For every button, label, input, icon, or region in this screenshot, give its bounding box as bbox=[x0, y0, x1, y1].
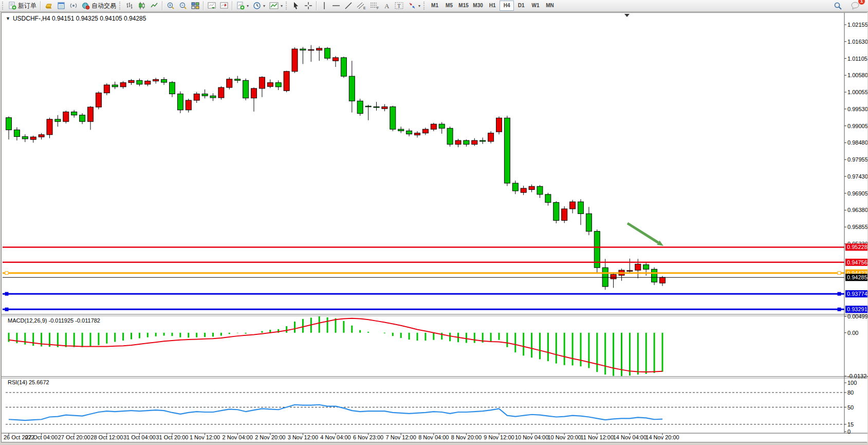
text-label-icon: T bbox=[395, 2, 404, 10]
clock-icon bbox=[253, 2, 261, 10]
horizontal-line-icon bbox=[332, 2, 340, 10]
horizontal-line-button[interactable] bbox=[330, 0, 342, 11]
candle-body bbox=[47, 119, 52, 135]
chart-title: USDCHF-,H4 0.94151 0.94325 0.94105 0.942… bbox=[13, 15, 146, 22]
templates-button[interactable]: ▾ bbox=[267, 0, 285, 11]
candle-body bbox=[521, 188, 526, 192]
hline-handle[interactable] bbox=[5, 272, 8, 275]
timeframe-h4-button[interactable]: H4 bbox=[500, 1, 514, 11]
hline-handle[interactable] bbox=[838, 292, 841, 295]
time-tick-label: 10 Nov 20:00 bbox=[547, 434, 581, 440]
periods-button[interactable]: ▾ bbox=[251, 0, 267, 11]
candle-body bbox=[194, 94, 199, 100]
macd-tick-label: 0.00 bbox=[847, 330, 858, 336]
auto-trading-button[interactable]: 自动交易 bbox=[80, 0, 118, 11]
timeframe-m5-button[interactable]: M5 bbox=[442, 1, 456, 11]
candle-body bbox=[553, 202, 559, 220]
fibonacci-button[interactable]: F bbox=[368, 0, 381, 11]
hline-handle[interactable] bbox=[5, 292, 8, 295]
search-button[interactable] bbox=[832, 0, 844, 11]
time-tick-label: 2 Nov 20:00 bbox=[255, 434, 285, 440]
price-tick-label: 0.98480 bbox=[847, 139, 867, 146]
time-tick-label: 27 Oct 04:00 bbox=[25, 434, 58, 440]
candle-body bbox=[243, 80, 249, 98]
candle-body bbox=[218, 87, 224, 98]
arrows-button[interactable]: ▾ bbox=[406, 0, 422, 11]
cursor-button[interactable] bbox=[290, 0, 302, 11]
price-line-label: 0.93774 bbox=[847, 291, 867, 297]
data-window-button[interactable] bbox=[67, 0, 80, 11]
text-button[interactable]: A bbox=[381, 0, 393, 11]
candle-body bbox=[643, 265, 649, 270]
candle-body bbox=[652, 269, 657, 282]
text-icon: A bbox=[383, 2, 391, 10]
candle-body bbox=[570, 202, 576, 209]
candle-body bbox=[480, 140, 486, 141]
zoom-in-button[interactable] bbox=[164, 0, 177, 11]
new-order-button[interactable]: 新订单 bbox=[6, 0, 39, 11]
time-tick-label: 10 Nov 04:00 bbox=[515, 434, 548, 440]
price-line-label: 0.94756 bbox=[847, 259, 867, 265]
macd-tick-label: 0.004996 bbox=[847, 313, 867, 319]
market-watch-button[interactable] bbox=[55, 0, 67, 11]
hline-handle[interactable] bbox=[5, 308, 8, 311]
rsi-tick-label: 50 bbox=[847, 404, 854, 411]
timeframe-h1-button[interactable]: H1 bbox=[485, 1, 500, 11]
hline-handle[interactable] bbox=[838, 272, 841, 275]
timeframe-m30-button[interactable]: M30 bbox=[471, 1, 485, 11]
tile-windows-icon bbox=[191, 2, 199, 10]
timeframe-m15-button[interactable]: M15 bbox=[456, 1, 471, 11]
text-label-button[interactable]: T bbox=[393, 0, 406, 11]
one-click-trading-toggle[interactable]: ▼ bbox=[6, 16, 10, 21]
channel-icon: E bbox=[357, 2, 366, 10]
time-tick-label: 8 Nov 04:00 bbox=[418, 434, 449, 440]
auto-scroll-button[interactable] bbox=[206, 0, 218, 11]
timeframe-d1-button[interactable]: D1 bbox=[514, 1, 528, 11]
trendline-button[interactable] bbox=[342, 0, 355, 11]
toolbar-separator bbox=[40, 1, 41, 10]
candle-body bbox=[22, 137, 28, 139]
tile-windows-button[interactable] bbox=[189, 0, 201, 11]
gold-bar-icon bbox=[45, 2, 53, 10]
candlestick-chart-icon bbox=[138, 2, 146, 10]
toolbar-separator bbox=[232, 1, 233, 10]
toolbar-grip bbox=[423, 2, 427, 10]
candle-body bbox=[390, 106, 396, 129]
auto-trading-icon bbox=[82, 2, 90, 10]
new-chart-button[interactable]: ▾ bbox=[234, 0, 251, 11]
candle-body bbox=[357, 101, 363, 113]
crosshair-button[interactable] bbox=[302, 0, 315, 11]
rsi-tick-label: 15 bbox=[847, 421, 854, 428]
time-tick-label: 14 Nov 20:00 bbox=[645, 434, 679, 440]
candle-body bbox=[586, 213, 592, 231]
toolbar-separator bbox=[203, 1, 204, 10]
chart-shift-icon bbox=[220, 2, 228, 10]
vertical-line-icon bbox=[321, 2, 328, 10]
candle-body bbox=[308, 49, 314, 50]
zoom-out-button[interactable] bbox=[177, 0, 189, 11]
new-order-label: 新订单 bbox=[18, 2, 36, 10]
channel-button[interactable]: E bbox=[355, 0, 368, 11]
chevron-down-icon: ▾ bbox=[281, 4, 283, 8]
candle-body bbox=[529, 186, 534, 189]
chart-shift-button[interactable] bbox=[218, 0, 230, 11]
chat-button[interactable]: 1 bbox=[848, 0, 862, 11]
chart-canvas[interactable]: 1.021551.016301.011051.005801.000550.995… bbox=[2, 13, 867, 442]
line-chart-button[interactable] bbox=[148, 0, 160, 11]
vertical-line-button[interactable] bbox=[319, 0, 330, 11]
svg-text:F: F bbox=[377, 6, 379, 10]
timeframe-w1-button[interactable]: W1 bbox=[528, 1, 543, 11]
time-tick-label: 2 Nov 04:00 bbox=[223, 434, 253, 440]
candle-body bbox=[104, 85, 109, 93]
timeframe-mn-button[interactable]: MN bbox=[543, 1, 557, 11]
candle-body bbox=[88, 107, 94, 121]
candle-body bbox=[186, 100, 191, 110]
crosshair-icon bbox=[304, 2, 312, 10]
charts-profile-button[interactable] bbox=[43, 0, 55, 11]
candle-body bbox=[55, 119, 61, 121]
timeframe-m1-button[interactable]: M1 bbox=[428, 1, 442, 11]
candlestick-chart-button[interactable] bbox=[136, 0, 148, 11]
bar-chart-button[interactable] bbox=[123, 0, 136, 11]
hline-handle[interactable] bbox=[838, 308, 841, 311]
candle-body bbox=[455, 140, 461, 144]
